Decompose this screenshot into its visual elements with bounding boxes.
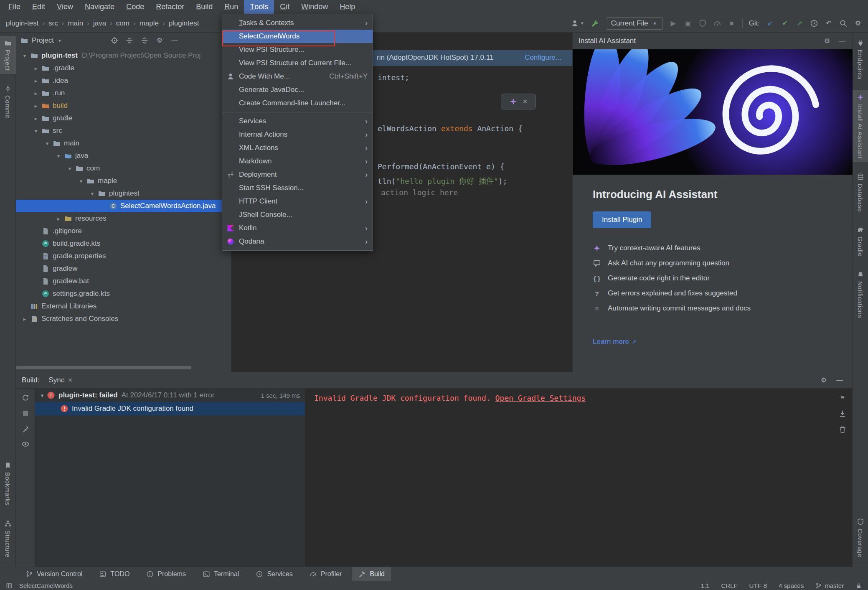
chevron-down-icon[interactable]: ▾ <box>57 36 62 45</box>
project-tree-item-plugintest[interactable]: ▾plugintest <box>16 187 231 200</box>
toolwindow-button-services[interactable]: Services <box>249 567 299 581</box>
tree-toggle-icon[interactable]: ▸ <box>30 65 41 71</box>
editor-floating-toolbar[interactable]: × <box>501 94 536 109</box>
gear-icon[interactable]: ⚙ <box>155 36 164 45</box>
menubar-item-navigate[interactable]: Navigate <box>79 0 120 14</box>
close-icon[interactable]: × <box>68 376 72 384</box>
tools-menu-item-xml-actions[interactable]: XML Actions› <box>222 141 373 155</box>
tools-menu-item-create-command-line-launcher[interactable]: Create Command-line Launcher... <box>222 97 373 110</box>
install-plugin-button[interactable]: Install Plugin <box>593 211 651 228</box>
right-strip-coverage[interactable]: Coverage <box>853 515 868 561</box>
right-strip-database[interactable]: Database <box>853 170 868 215</box>
tools-menu-item-qodana[interactable]: Qodana› <box>222 235 373 248</box>
file-encoding[interactable]: UTF-8 <box>749 582 767 589</box>
tree-toggle-icon[interactable]: ▸ <box>19 316 30 322</box>
git-branch[interactable]: master <box>815 582 844 589</box>
caret-position[interactable]: 1:1 <box>701 582 710 589</box>
tools-menu-item-http-client[interactable]: HTTP Client› <box>222 195 373 208</box>
tools-menu-item-tasks-contexts[interactable]: Tasks & Contexts› <box>222 16 373 30</box>
breadcrumb-item-src[interactable]: src <box>48 19 58 28</box>
tree-toggle-icon[interactable]: ▸ <box>53 216 64 222</box>
line-ending[interactable]: CRLF <box>721 582 737 589</box>
right-strip-notifications[interactable]: Notifications <box>853 267 868 321</box>
tree-toggle-icon[interactable]: ▾ <box>19 53 30 59</box>
toolwindow-layout-icon[interactable] <box>6 582 13 589</box>
project-tree-item-src[interactable]: ▾src <box>16 125 231 137</box>
scrollbar-thumb[interactable] <box>16 366 191 369</box>
tools-menu-item-view-psi-structure-of-current-file[interactable]: View PSI Structure of Current File... <box>222 56 373 70</box>
coverage-button[interactable] <box>698 19 707 28</box>
right-strip-gradle[interactable]: Gradle <box>853 223 868 260</box>
open-gradle-settings-link[interactable]: Open Gradle Settings <box>495 394 586 402</box>
tree-toggle-icon[interactable]: ▾ <box>38 392 47 399</box>
menubar-item-window[interactable]: Window <box>295 0 334 14</box>
collapse-all-icon[interactable] <box>125 36 134 45</box>
left-strip-structure[interactable]: Structure <box>0 516 16 561</box>
left-strip-commit[interactable]: Commit <box>0 81 16 122</box>
tools-menu-item-services[interactable]: Services› <box>222 114 373 128</box>
menubar-item-edit[interactable]: Edit <box>26 0 51 14</box>
settings-button[interactable]: ⚙ <box>854 19 862 28</box>
indent-setting[interactable]: 4 spaces <box>779 582 804 589</box>
project-tree-item-java[interactable]: ▾java <box>16 150 231 162</box>
menubar-item-run[interactable]: Run <box>218 0 244 14</box>
tree-toggle-icon[interactable]: ▸ <box>30 90 41 97</box>
project-tree-item-run[interactable]: ▸.run <box>16 87 231 99</box>
push-button[interactable]: ↗ <box>795 19 804 28</box>
project-tree-item-settings-gradle-kts[interactable]: settings.gradle.kts <box>16 287 231 300</box>
tools-menu-item-internal-actions[interactable]: Internal Actions› <box>222 128 373 141</box>
menubar-item-file[interactable]: File <box>3 0 26 14</box>
project-tree-item-gradlew[interactable]: gradlew <box>16 262 231 275</box>
tools-menu-item-generate-javadoc[interactable]: Generate JavaDoc... <box>222 83 373 97</box>
toolwindow-button-version-control[interactable]: Version Control <box>19 567 89 581</box>
left-strip-project[interactable]: Project <box>0 36 16 74</box>
toolwindow-button-todo[interactable]: TODO <box>93 567 136 581</box>
soft-wrap-icon[interactable]: ≡ <box>838 394 847 402</box>
breadcrumb-item-com[interactable]: com <box>116 19 129 28</box>
project-tree-item-gradle[interactable]: ▸.gradle <box>16 62 231 74</box>
tools-menu-item-kotlin[interactable]: Kotlin› <box>222 221 373 235</box>
tree-toggle-icon[interactable]: ▾ <box>42 140 53 147</box>
update-project-button[interactable]: ↙ <box>766 19 774 28</box>
project-tree-item-build[interactable]: ▸build <box>16 99 231 112</box>
history-button[interactable] <box>810 19 818 28</box>
tree-toggle-icon[interactable]: ▸ <box>30 103 41 109</box>
tree-toggle-icon[interactable]: ▸ <box>30 78 41 84</box>
commit-button[interactable]: ✔ <box>781 19 789 28</box>
tree-toggle-icon[interactable]: ▾ <box>87 191 98 197</box>
tools-menu-item-deployment[interactable]: Deployment› <box>222 168 373 181</box>
right-strip-install-ai-assistant[interactable]: Install AI Assistant <box>853 90 868 162</box>
hide-panel-icon[interactable]: — <box>838 37 846 45</box>
project-tree-item-external-libraries[interactable]: External Libraries <box>16 300 231 313</box>
wrench-button[interactable] <box>591 19 599 28</box>
locate-icon[interactable] <box>110 36 119 45</box>
search-everywhere-button[interactable] <box>839 19 848 28</box>
expand-all-icon[interactable] <box>140 36 149 45</box>
tools-menu-item-view-psi-structure[interactable]: View PSI Structure... <box>222 43 373 56</box>
menubar-item-help[interactable]: Help <box>334 0 361 14</box>
refresh-icon[interactable] <box>21 394 30 402</box>
run-button[interactable]: ▶ <box>669 19 678 28</box>
run-configuration-selector[interactable]: Current File ▾ <box>606 17 663 30</box>
tree-toggle-icon[interactable]: ▾ <box>64 165 75 172</box>
gear-icon[interactable]: ⚙ <box>820 376 828 384</box>
project-tree-item-idea[interactable]: ▸.idea <box>16 74 231 87</box>
tree-toggle-icon[interactable]: ▾ <box>76 178 86 184</box>
tools-menu-item-selectcamelwords[interactable]: SelectCamelWords <box>222 30 373 43</box>
project-panel-title[interactable]: Project <box>32 36 54 45</box>
toolwindow-button-profiler[interactable]: Profiler <box>303 567 348 581</box>
debug-button[interactable] <box>684 19 692 28</box>
right-strip-endpoints[interactable]: Endpoints <box>853 36 868 83</box>
project-tree-item-gradle[interactable]: ▸gradle <box>16 112 231 125</box>
close-icon[interactable]: × <box>523 97 527 106</box>
build-tree-row[interactable]: ▾plugin-test: failedAt 2024/6/17 0:11 wi… <box>35 389 305 402</box>
tree-toggle-icon[interactable]: ▾ <box>53 153 64 159</box>
ai-sparkle-icon[interactable] <box>509 97 518 106</box>
project-tree-item-maple[interactable]: ▾maple <box>16 175 231 187</box>
hide-panel-icon[interactable]: — <box>170 36 179 45</box>
project-tree-item-selectcamelwordsaction-java[interactable]: CSelectCamelWordsAction.java <box>16 200 231 212</box>
tools-menu-item-start-ssh-session[interactable]: Start SSH Session... <box>222 181 373 195</box>
menubar-item-tools[interactable]: Tools <box>244 0 274 14</box>
menubar-item-build[interactable]: Build <box>190 0 218 14</box>
hide-panel-icon[interactable]: — <box>835 376 844 384</box>
